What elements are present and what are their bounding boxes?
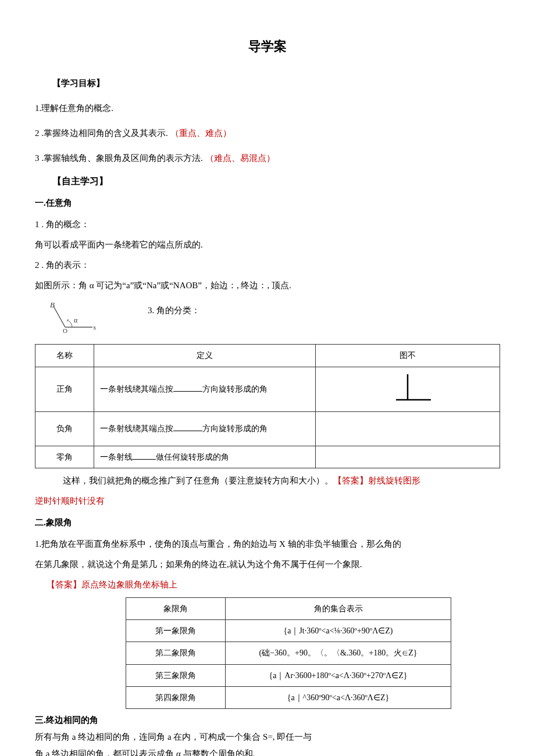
goal-2-text: 2 .掌握终边相同角的含义及其表示. — [35, 128, 170, 138]
goal-3-note: （难点、易混点） — [205, 153, 275, 163]
coterminal-p1: 所有与角 a 终边相同的角，连同角 a 在内，可构成一个集合 S=, 即任一与 — [35, 729, 500, 745]
svg-text:O: O — [63, 327, 67, 333]
concept-text: 角可以看成平面内一条绕着它的端点所成的. — [35, 237, 500, 253]
blank-field[interactable] — [133, 451, 156, 460]
cell-q4-set: {a｜^360º90º<a<Λ·360ºΛ∈Z} — [226, 686, 451, 708]
cell-q2-set: (础−360。+90。〈。〈&.360。+180。火∈Z} — [226, 642, 451, 664]
table-row: 象限角 角的集合表示 — [126, 597, 451, 619]
after-text: 这样，我们就把角的概念推广到了任意角（要注意旋转方向和大小）。 — [63, 476, 333, 485]
answer-text: 原点终边象眼角坐标轴上 — [81, 580, 177, 589]
cell-text: 一条射线 — [100, 453, 133, 461]
th-def: 定义 — [94, 345, 316, 367]
cell-q1: 第一象限角 — [126, 620, 226, 642]
table-row: 正角 一条射线绕其端点按方向旋转形成的角 — [35, 367, 500, 411]
cell-zero-name: 零角 — [35, 446, 94, 468]
classify-label: 3. 角的分类： — [148, 303, 200, 318]
page-title: 导学案 — [35, 35, 500, 58]
blank-field[interactable] — [173, 422, 202, 431]
cell-text: 做任何旋转形成的角 — [156, 453, 229, 461]
cell-q2: 第二象限角 — [126, 642, 226, 664]
quadrant-head: 二.象限角 — [35, 515, 500, 531]
svg-line-1 — [54, 306, 65, 327]
answer-label: 【答案】 — [47, 580, 81, 589]
coterminal-head: 三.终边相同的角 — [35, 712, 500, 728]
angle-class-table: 名称 定义 图不 正角 一条射线绕其端点按方向旋转形成的角 负角 一条射线绕其端… — [35, 344, 500, 468]
cell-q1-set: {a｜Jt·360º<a<⅛·360º+90ºΛ∈Z) — [226, 620, 451, 642]
table-row: 负角 一条射线绕其端点按方向旋转形成的角 — [35, 411, 500, 446]
goals-header: 【学习目标】 — [52, 76, 500, 91]
cell-pos-def: 一条射线绕其端点按方向旋转形成的角 — [94, 367, 316, 411]
goal-2-note: （重点、难点） — [170, 128, 231, 138]
goal-2: 2 .掌握终边相同角的含义及其表示. （重点、难点） — [35, 126, 500, 141]
cell-text: 方向旋转形成的角 — [202, 385, 268, 393]
concept-label: 1 . 角的概念： — [35, 217, 500, 232]
cell-neg-name: 负角 — [35, 411, 94, 446]
coterminal-p2: 角 a 终边相同的角，都可以表示成角 α 与整数个周角的和. — [35, 746, 500, 756]
svg-text:α: α — [74, 316, 78, 324]
cell-neg-graphic — [316, 411, 500, 446]
th-name: 名称 — [35, 345, 94, 367]
goal-3-text: 3 .掌握轴线角、象眼角及区间角的表示方法. — [35, 153, 205, 163]
th-set: 角的集合表示 — [226, 597, 451, 619]
cell-text: 一条射线绕其端点按 — [100, 424, 173, 433]
arbitrary-angle-head: 一.任意角 — [35, 195, 500, 211]
table-row: 第四象限角 {a｜^360º90º<a<Λ·360ºΛ∈Z} — [126, 686, 451, 708]
cell-pos-name: 正角 — [35, 367, 94, 411]
cell-q3: 第三象限角 — [126, 664, 226, 686]
cell-zero-graphic — [316, 446, 500, 468]
answer-text: 【答案】射线旋转图形 — [333, 476, 420, 485]
th-graphic: 图不 — [316, 345, 500, 367]
after-table-text: 这样，我们就把角的概念推广到了任意角（要注意旋转方向和大小）。【答案】射线旋转图… — [63, 473, 500, 489]
cell-q3-set: {a｜Ar·3600+180º<a<Λ·360º+270ºΛ∈Z} — [226, 664, 451, 686]
goal-3: 3 .掌握轴线角、象眼角及区间角的表示方法. （难点、易混点） — [35, 151, 500, 166]
self-study-head: 【自主学习】 — [52, 173, 500, 190]
cell-q4: 第四象限角 — [126, 686, 226, 708]
cell-text: 方向旋转形成的角 — [202, 424, 268, 433]
quadrant-p2: 在第几象限，就说这个角是第几；如果角的终边在,就认为这个角不属于任何一个象限. — [35, 557, 500, 572]
quadrant-ans: 【答案】原点终边象眼角坐标轴上 — [47, 577, 500, 593]
quadrant-p1: 1.把角放在平面直角坐标系中，使角的顶点与重合，角的始边与 X 轴的非负半轴重合… — [35, 536, 500, 552]
cell-text: 一条射线绕其端点按 — [100, 385, 173, 393]
table-row: 第一象限角 {a｜Jt·360º<a<⅛·360º+90ºΛ∈Z) — [126, 620, 451, 642]
answer-line2: 逆时针顺时针没有 — [35, 493, 500, 509]
blank-field[interactable] — [173, 383, 202, 392]
table-row: 第二象限角 (础−360。+90。〈。〈&.360。+180。火∈Z} — [126, 642, 451, 664]
svg-text:x: x — [93, 324, 97, 331]
goal-1: 1.理解任意角的概念. — [35, 101, 500, 116]
table-row: 零角 一条射线做任何旋转形成的角 — [35, 446, 500, 468]
cell-neg-def: 一条射线绕其端点按方向旋转形成的角 — [94, 411, 316, 446]
repr-label: 2 . 角的表示： — [35, 257, 500, 273]
cell-zero-def: 一条射线做任何旋转形成的角 — [94, 446, 316, 468]
repr-text: 如图所示：角 α 可记为“a”或“Na”或“NAOB”，始边：, 终边：, 顶点… — [35, 278, 500, 293]
cell-pos-graphic — [316, 367, 500, 411]
th-quadrant: 象限角 — [126, 597, 226, 619]
table-row: 名称 定义 图不 — [35, 345, 500, 367]
quadrant-table: 象限角 角的集合表示 第一象限角 {a｜Jt·360º<a<⅛·360º+90º… — [126, 597, 451, 709]
table-row: 第三象限角 {a｜Ar·3600+180º<a<Λ·360º+270ºΛ∈Z} — [126, 664, 451, 686]
angle-diagram: B α O x — [49, 300, 101, 338]
